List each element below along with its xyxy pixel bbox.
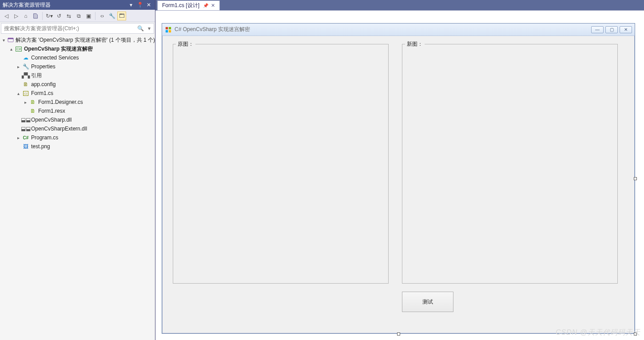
expander-icon[interactable]: ▸ [15, 64, 21, 69]
search-dropdown-icon[interactable]: ▾ [145, 25, 154, 32]
solution-explorer-panel: 解决方案资源管理器 ▾ 📍 ✕ ◁ ▷ ⌂ ↻▾ ↺ ⇆ ⧉ ▣ ‹› 🔧 🗔 … [0, 0, 155, 340]
tab-pin-icon[interactable]: 📌 [203, 3, 208, 8]
groupbox-original-label: 原图： [176, 40, 195, 48]
connected-services-icon: ☁ [22, 54, 29, 61]
tab-form1-design[interactable]: Form1.cs [设计] 📌 ✕ [157, 0, 220, 10]
test-button-label: 测试 [422, 298, 433, 306]
svg-rect-1 [8, 38, 13, 40]
resx-icon: 🗎 [29, 107, 36, 115]
solution-explorer-title: 解决方案资源管理器 [3, 1, 126, 9]
selected-tool-icon[interactable]: 🗔 [117, 12, 126, 20]
expander-icon[interactable]: ▸ [15, 135, 21, 140]
svg-rect-2 [166, 27, 168, 29]
search-icon[interactable]: 🔍 [136, 25, 145, 32]
refresh-icon[interactable]: ↻▾ [45, 12, 54, 20]
csfile-icon: 🗎 [29, 99, 36, 106]
references-icon: ▞▚ [22, 72, 29, 79]
dll1-label: OpenCvSharp.dll [31, 117, 72, 123]
references-label: 引用 [31, 72, 42, 79]
expander-icon[interactable]: ▾ [1, 38, 7, 43]
document-area: Form1.cs [设计] 📌 ✕ C# OpenCvSharp 实现迷宫解密 [155, 0, 644, 340]
winform-title-text: C# OpenCvSharp 实现迷宫解密 [175, 26, 591, 33]
csfile-icon: C# [22, 134, 29, 141]
form1-resx-label: Form1.resx [38, 108, 65, 114]
references-node[interactable]: ▸ ▞▚ 引用 [0, 71, 155, 80]
solution-explorer-titlebar: 解决方案资源管理器 ▾ 📍 ✕ [0, 0, 155, 10]
scope-icon[interactable] [31, 12, 40, 20]
dll-icon: ⬓⬓ [22, 116, 29, 123]
panel-options-icon[interactable]: ▾ [127, 1, 135, 8]
form1-designer-label: Form1.Designer.cs [38, 99, 83, 105]
expander-icon[interactable]: ▸ [22, 100, 28, 105]
project-label: OpenCvSharp 实现迷宫解密 [24, 45, 93, 53]
designer-surface[interactable]: C# OpenCvSharp 实现迷宫解密 — ▢ ✕ 原图： 新图： [155, 10, 644, 340]
solution-explorer-toolbar: ◁ ▷ ⌂ ↻▾ ↺ ⇆ ⧉ ▣ ‹› 🔧 🗔 [0, 10, 155, 22]
svg-rect-3 [169, 27, 171, 29]
tab-close-icon[interactable]: ✕ [211, 3, 215, 8]
groupbox-new-label: 新图： [405, 40, 425, 48]
winform-window[interactable]: C# OpenCvSharp 实现迷宫解密 — ▢ ✕ 原图： 新图： [162, 23, 635, 334]
minimize-button[interactable]: — [591, 26, 604, 33]
properties-node[interactable]: ▸ 🔧 Properties [0, 62, 155, 71]
testpng-label: test.png [31, 143, 50, 150]
dll2-node[interactable]: ▸ ⬓⬓ OpenCvSharpExtern.dll [0, 124, 155, 133]
preview-icon[interactable]: ▣ [84, 12, 93, 20]
program-label: Program.cs [31, 134, 58, 141]
nav-back-icon[interactable]: ◁ [2, 12, 11, 20]
form-selection-wrapper: C# OpenCvSharp 实现迷宫解密 — ▢ ✕ 原图： 新图： [162, 23, 635, 334]
maximize-button[interactable]: ▢ [605, 26, 618, 33]
sync-icon[interactable]: ↺ [55, 12, 64, 20]
tab-label: Form1.cs [设计] [162, 2, 199, 9]
csharp-project-icon: C# [15, 45, 22, 52]
winform-titlebar[interactable]: C# OpenCvSharp 实现迷宫解密 — ▢ ✕ [162, 24, 635, 36]
search-input[interactable] [1, 25, 136, 32]
expander-icon[interactable]: ▴ [8, 47, 14, 51]
appconfig-node[interactable]: ▸ 🗎 app.config [0, 80, 155, 89]
expander-icon[interactable]: ▴ [15, 91, 21, 96]
svg-rect-4 [166, 30, 168, 32]
dll1-node[interactable]: ▸ ⬓⬓ OpenCvSharp.dll [0, 115, 155, 124]
form-icon: ▭ [22, 90, 29, 97]
home-icon[interactable]: ⌂ [21, 12, 30, 20]
config-icon: 🗎 [22, 81, 29, 88]
solution-explorer-search[interactable]: 🔍 ▾ [1, 23, 154, 34]
svg-rect-5 [169, 30, 171, 32]
form1-resx-node[interactable]: ▸ 🗎 Form1.resx [0, 107, 155, 115]
dll2-label: OpenCvSharpExtern.dll [31, 126, 87, 132]
wrench-icon: 🔧 [22, 63, 29, 70]
solution-node[interactable]: ▾ 解决方案 'OpenCvSharp 实现迷宫解密' (1 个项目，共 1 个… [0, 36, 155, 44]
solution-label: 解决方案 'OpenCvSharp 实现迷宫解密' (1 个项目，共 1 个) [16, 36, 155, 44]
connected-services-label: Connected Services [31, 55, 79, 61]
document-tabstrip: Form1.cs [设计] 📌 ✕ [155, 0, 644, 10]
properties-icon[interactable]: 🔧 [107, 12, 116, 20]
connected-services-node[interactable]: ▸ ☁ Connected Services [0, 53, 155, 62]
panel-close-icon[interactable]: ✕ [145, 1, 152, 8]
form1-node[interactable]: ▴ ▭ Form1.cs [0, 89, 155, 98]
appconfig-label: app.config [31, 81, 56, 87]
viewcode-icon[interactable]: ‹› [98, 12, 107, 20]
panel-pin-icon[interactable]: 📍 [136, 1, 143, 8]
groupbox-original[interactable]: 原图： [173, 44, 389, 284]
form1-label: Form1.cs [31, 90, 53, 96]
groupbox-new[interactable]: 新图： [402, 44, 618, 284]
test-button[interactable]: 测试 [402, 292, 453, 312]
collapse-icon[interactable]: ⇆ [64, 12, 73, 20]
close-button[interactable]: ✕ [620, 26, 632, 33]
solution-tree: ▾ 解决方案 'OpenCvSharp 实现迷宫解密' (1 个项目，共 1 个… [0, 35, 155, 340]
app-icon [165, 26, 172, 33]
testpng-node[interactable]: ▸ 🖼 test.png [0, 142, 155, 151]
winform-client-area[interactable]: 原图： 新图： 测试 [162, 36, 635, 333]
program-node[interactable]: ▸ C# Program.cs [0, 133, 155, 142]
image-icon: 🖼 [22, 143, 29, 150]
solution-icon [8, 36, 14, 43]
form1-designer-node[interactable]: ▸ 🗎 Form1.Designer.cs [0, 98, 155, 107]
nav-fwd-icon[interactable]: ▷ [12, 12, 20, 20]
showall-icon[interactable]: ⧉ [74, 12, 83, 20]
project-node[interactable]: ▴ C# OpenCvSharp 实现迷宫解密 [0, 44, 155, 53]
properties-label: Properties [31, 63, 56, 70]
dll-icon: ⬓⬓ [22, 125, 29, 132]
